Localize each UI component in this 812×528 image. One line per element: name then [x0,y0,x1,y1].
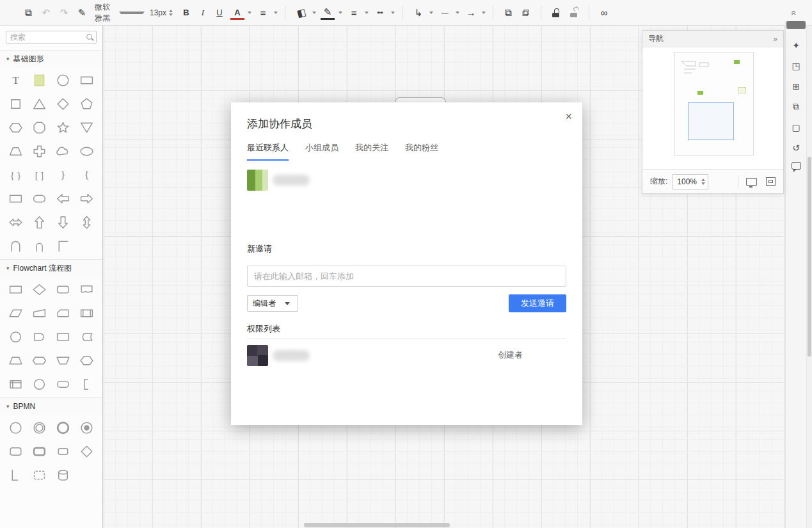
shape-octagon[interactable] [28,116,51,140]
vertical-scrollbar-track[interactable] [806,26,812,528]
align-button[interactable]: ≡ [254,5,278,20]
minimap[interactable] [674,52,754,156]
zoom-input[interactable] [676,177,699,187]
underline-button[interactable]: U [212,5,227,20]
spinner-arrows-icon[interactable] [169,10,173,16]
shape-bracket-pair[interactable]: [ ] [28,163,51,187]
horizontal-scrollbar-thumb[interactable] [304,523,450,527]
section-bpmn[interactable]: BPMN [0,397,102,415]
shape-fc-circle[interactable] [4,325,28,349]
line-style-button[interactable]: ─ [436,5,459,20]
multipage-icon[interactable]: ⧉ [790,100,802,113]
bring-forward-icon[interactable]: ⧉ [501,5,515,20]
arrow-style-button[interactable]: → [462,5,486,20]
shape-circle[interactable] [51,68,75,92]
redo-icon[interactable]: ↷ [57,5,71,20]
shape-triangle-down[interactable] [75,116,99,140]
style-icon[interactable]: ◳ [790,60,802,72]
shape-square[interactable] [4,92,28,116]
presentation-icon[interactable] [746,178,757,186]
shape-fc-predefined[interactable] [75,301,99,325]
shape-arrow-down[interactable] [51,211,75,234]
search-input[interactable] [6,31,97,44]
shape-arrow-up[interactable] [28,211,51,234]
shape-bpmn-corner[interactable] [4,463,28,487]
shape-arrow-left[interactable] [51,187,75,211]
shape-arrow-right[interactable] [75,187,99,211]
shape-bpmn-task-small[interactable] [51,440,75,463]
tab-我的关注[interactable]: 我的关注 [355,142,388,161]
shape-fc-terminator[interactable] [51,372,75,396]
font-size-stepper[interactable]: 13px [150,8,173,17]
collapse-toolbar-icon[interactable]: » [788,10,798,15]
shape-trapezoid[interactable] [4,140,28,163]
italic-button[interactable]: I [196,5,210,20]
role-select[interactable]: 编辑者 [247,295,298,312]
section-basic-shapes[interactable]: 基础图形 [0,50,102,67]
zoom-control[interactable] [673,174,708,189]
format-painter-icon[interactable]: ✎ [75,5,89,20]
shape-bpmn-task[interactable] [4,440,28,463]
shape-fc-trapezoid[interactable] [4,349,28,372]
tab-最近联系人[interactable]: 最近联系人 [247,142,289,161]
shape-pentagon[interactable] [75,92,99,116]
unlock-icon[interactable] [570,8,578,17]
line-dash-button[interactable]: ╍ [371,5,395,20]
shape-fc-rounded[interactable] [51,278,75,301]
strip-scrollbar-thumb[interactable] [786,21,806,29]
tab-小组成员[interactable]: 小组成员 [305,142,338,161]
shape-rounded-rect[interactable] [28,187,51,211]
shape-bpmn-end[interactable] [51,416,75,440]
send-invite-button[interactable]: 发送邀请 [509,294,566,312]
shape-arrow-double-h[interactable] [4,211,28,234]
shape-fc-preparation[interactable] [28,349,51,372]
shape-fc-inv-trapezoid[interactable] [51,349,75,372]
recent-contact-item[interactable] [247,170,310,191]
shape-fc-hexagon[interactable] [75,349,99,372]
shape-bpmn-gateway[interactable] [75,440,99,463]
shape-arch-narrow[interactable] [28,234,51,258]
shape-triangle[interactable] [28,92,51,116]
shape-fc-or[interactable] [28,372,51,396]
shape-oval[interactable] [75,140,99,163]
line-width-button[interactable]: ≡ [345,5,369,20]
vertical-scrollbar-thumb[interactable] [808,157,811,356]
shape-bpmn-group[interactable] [28,463,51,487]
close-icon[interactable]: × [565,110,572,124]
connector-type-button[interactable]: ↳ [410,5,433,20]
shape-rect[interactable] [75,68,99,92]
shape-bpmn-start[interactable] [4,416,28,440]
bold-button[interactable]: B [179,5,193,20]
fit-screen-icon[interactable] [766,177,776,186]
line-color-button[interactable]: ✎ [319,6,342,20]
shape-corner[interactable] [51,234,75,258]
email-input[interactable] [247,266,566,287]
shape-bpmn-terminate[interactable] [75,416,99,440]
fill-color-button[interactable]: ◧ [292,5,316,20]
shape-brace-right[interactable]: } [51,163,75,187]
shape-rect[interactable] [4,187,28,211]
comment-icon[interactable] [792,162,801,170]
shape-bpmn-transaction[interactable] [28,440,51,463]
shapes-library-icon[interactable]: ⧉ [21,5,35,20]
structure-icon[interactable]: ⊞ [790,80,802,92]
history-icon[interactable]: ↺ [790,141,802,154]
shape-fc-decision[interactable] [28,278,51,301]
shape-cloud[interactable] [51,140,75,163]
shape-fc-process[interactable] [4,278,28,301]
undo-icon[interactable]: ↶ [39,5,53,20]
shape-cross[interactable] [28,140,51,163]
lock-icon[interactable] [552,8,560,17]
tab-我的粉丝[interactable]: 我的粉丝 [405,142,438,161]
font-family-select[interactable]: 微软雅黑 [95,2,145,24]
shape-fc-process[interactable] [51,325,75,349]
shape-fc-stored[interactable] [75,325,99,349]
zoom-spinner-icon[interactable] [701,179,705,185]
shape-fc-manual-input[interactable] [28,301,51,325]
shape-arrow-double-v[interactable] [75,211,99,234]
section-flowchart[interactable]: Flowchart 流程图 [0,259,102,276]
minimap-viewport[interactable] [688,102,734,140]
shape-bpmn-intermediate[interactable] [28,416,51,440]
page-setup-icon[interactable]: ▢ [790,121,802,133]
shape-bpmn-datastore[interactable] [51,463,75,487]
